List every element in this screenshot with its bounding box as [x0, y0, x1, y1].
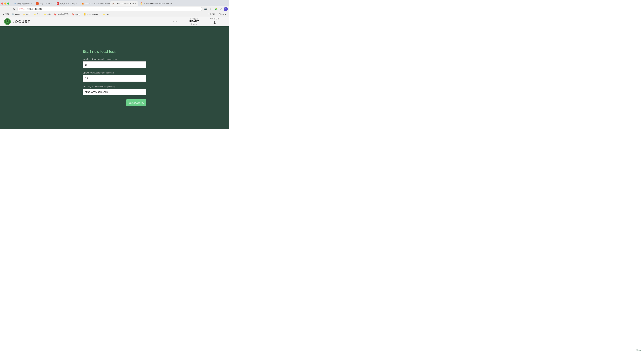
spawn-rate-group: Spawn rate (users started/second) — [83, 72, 146, 82]
bookmark-self-label: self — [106, 14, 109, 16]
profile-button[interactable]: A — [224, 7, 228, 11]
workers-value: 1 — [210, 20, 220, 25]
reading-list-label: 阅读清单 — [219, 13, 226, 16]
hcm-icon: 🔖 — [54, 13, 56, 16]
tab-csdn-write-close[interactable]: × — [76, 2, 77, 5]
header-divider-1 — [184, 18, 184, 25]
tab-csdn-news[interactable]: C 动态 - CSDN × — [34, 1, 54, 6]
reload-button[interactable]: ↻ — [12, 7, 16, 11]
locust-logo-text: LOCUST — [12, 20, 30, 24]
tab-locust-active-close[interactable]: × — [135, 2, 136, 5]
tab-csdn-write-label: 写文章-CSDN博客 — [60, 2, 75, 5]
header-status-stat: STATUS READY 0 users — [189, 18, 199, 25]
spawn-rate-label-sub: (users started/second) — [94, 72, 114, 74]
bookmark-qyzhg[interactable]: 🔖 qyzhg — [70, 13, 81, 16]
browser-actions: 📷 ☆ 🧩 ↺ A — [204, 7, 228, 11]
spawn-rate-label: Spawn rate (users started/second) — [83, 72, 146, 74]
maximize-button[interactable] — [8, 3, 10, 5]
bookmarks-bar: ⊞ 应用 🔍 searx 📁 办公 📁 开发 📁 净选 🔖 HCM测试工具 🔖 … — [0, 12, 229, 17]
num-users-label-text: Number of users — [83, 58, 99, 60]
spawn-rate-input[interactable] — [83, 75, 146, 82]
reading-list[interactable]: 阅读清单 — [218, 13, 228, 16]
tab-csdn-write-favicon: C — [57, 2, 59, 5]
address-bar: ← → ↻ 不安全 | 10.0.0.100:8089 📷 ☆ 🧩 ↺ A — [0, 6, 229, 12]
tab-locust-grafana-label: Locust for Prometheus - Grafa... — [85, 3, 110, 5]
bookmark-hcm[interactable]: 🔖 HCM测试工具 — [52, 13, 70, 16]
bookmark-filter-label: 净选 — [47, 13, 50, 16]
start-swarming-button[interactable]: Start swarming — [126, 99, 146, 106]
bookmark-dev-label: 开发 — [36, 13, 40, 16]
num-users-input[interactable] — [83, 61, 146, 68]
host-label-sub: (e.g. http://www.example.com) — [88, 85, 115, 88]
browser-chrome: ✉ 收到 3封新邮件 × C 动态 - CSDN × C 写文章-CSDN博客 … — [0, 0, 229, 17]
bookmark-searx[interactable]: 🔍 searx — [11, 13, 21, 16]
load-test-form: Start new load test Number of users (pea… — [83, 50, 146, 106]
form-title: Start new load test — [83, 50, 146, 54]
host-field-label: Host (e.g. http://www.example.com) — [83, 85, 146, 88]
locust-logo-circle — [4, 18, 11, 25]
bookmark-apps[interactable]: ⊞ 应用 — [1, 13, 10, 16]
close-button[interactable] — [1, 3, 3, 5]
office-icon: 📁 — [23, 13, 26, 16]
num-users-group: Number of users (peak concurrency) — [83, 58, 146, 68]
tab-locust-active-label: Locust for locustfile.py — [116, 3, 134, 5]
url-bar[interactable]: 不安全 | 10.0.0.100:8089 — [18, 7, 202, 11]
forward-button[interactable]: → — [7, 7, 11, 11]
back-button[interactable]: ← — [1, 7, 5, 11]
other-bookmarks[interactable]: 其他书签 — [206, 13, 216, 16]
app-content: Start new load test Number of users (pea… — [0, 26, 229, 129]
bookmark-notes[interactable]: 📒 Notes Station 3 — [82, 13, 100, 16]
tab-locust-grafana-favicon: 🔥 — [82, 2, 84, 5]
locust-logo-svg — [5, 19, 10, 24]
qyzhg-icon: 🔖 — [72, 13, 74, 16]
tab-locust-grafana[interactable]: 🔥 Locust for Prometheus - Grafa... × — [80, 1, 110, 6]
security-label: 不安全 — [19, 8, 25, 11]
searx-icon: 🔍 — [12, 13, 14, 16]
status-label: STATUS — [189, 18, 199, 20]
tab-mail-label: 收到 3封新邮件 — [17, 2, 30, 5]
tab-csdn-news-close[interactable]: × — [51, 2, 52, 5]
header-divider-2 — [204, 18, 204, 25]
header-workers-stat: WORKERS 1 — [210, 18, 220, 25]
window-controls — [1, 3, 10, 5]
bookmark-self[interactable]: 📁 self — [101, 13, 110, 16]
url-separator: | — [26, 8, 26, 10]
host-group: Host (e.g. http://www.example.com) — [83, 85, 146, 95]
extensions-button[interactable]: 🧩 — [214, 7, 218, 11]
bookmark-office-label: 办公 — [26, 13, 30, 16]
url-text: 10.0.0.100:8089 — [27, 8, 200, 10]
bookmark-qyzhg-label: qyzhg — [75, 14, 80, 16]
tab-prometheus-favicon: 🔥 — [140, 2, 143, 5]
bookmark-filter[interactable]: 📁 净选 — [42, 13, 52, 16]
status-value: READY — [189, 20, 199, 23]
host-label-text: Host — [83, 85, 87, 88]
screenshot-button[interactable]: 📷 — [204, 7, 208, 11]
tab-mail-favicon: ✉ — [14, 2, 16, 5]
tab-bar: ✉ 收到 3封新邮件 × C 动态 - CSDN × C 写文章-CSDN博客 … — [0, 0, 229, 6]
tab-csdn-news-label: 动态 - CSDN — [40, 2, 50, 5]
bookmark-star-button[interactable]: ☆ — [209, 7, 213, 11]
bookmark-searx-label: searx — [15, 14, 20, 16]
locust-logo: LOCUST — [4, 18, 30, 25]
tab-prometheus[interactable]: 🔥 Prometheus Time Series Colle... × — [138, 1, 168, 6]
new-tab-button[interactable]: + — [169, 1, 174, 6]
bookmark-office[interactable]: 📁 办公 — [22, 13, 31, 16]
minimize-button[interactable] — [4, 3, 6, 5]
tab-csdn-news-favicon: C — [36, 2, 38, 5]
dev-icon: 📁 — [33, 13, 36, 16]
app-header: LOCUST HOST STATUS READY 0 users WORKERS… — [0, 17, 229, 26]
workers-label: WORKERS — [210, 18, 220, 20]
tab-locust-active-favicon: 🦗 — [112, 2, 114, 5]
tab-csdn-write[interactable]: C 写文章-CSDN博客 × — [55, 1, 79, 6]
bookmark-dev[interactable]: 📁 开发 — [32, 13, 42, 16]
notes-icon: 📒 — [83, 13, 86, 16]
svg-point-6 — [8, 21, 8, 21]
tab-locust-active[interactable]: 🦗 Locust for locustfile.py × — [110, 1, 138, 6]
status-sub: 0 users — [189, 23, 199, 25]
host-input[interactable] — [83, 89, 146, 95]
refresh-indicator[interactable]: ↺ — [219, 7, 223, 11]
tab-mail-close[interactable]: × — [31, 2, 32, 5]
header-host-stat: HOST — [173, 21, 178, 23]
num-users-label-sub: (peak concurrency) — [100, 58, 117, 60]
tab-mail[interactable]: ✉ 收到 3封新邮件 × — [12, 1, 34, 6]
